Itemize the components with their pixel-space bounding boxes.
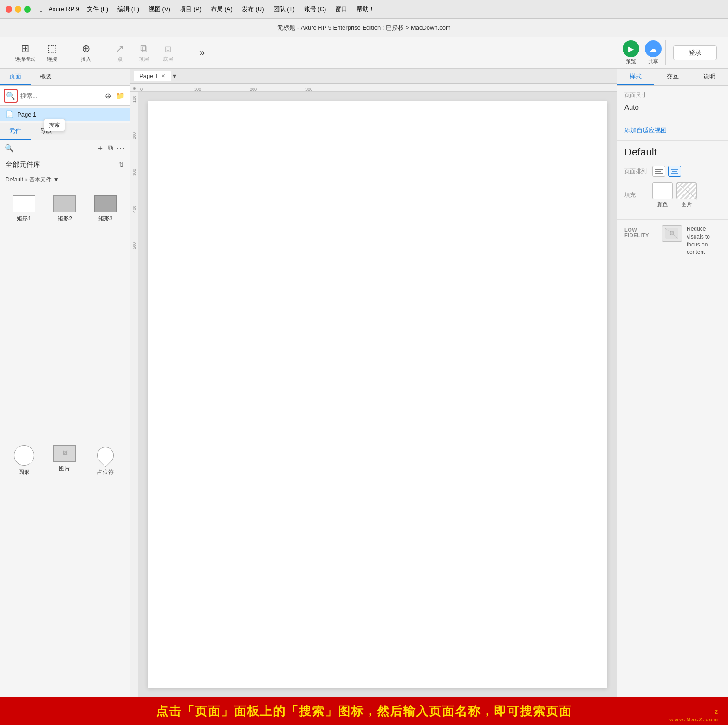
align-center-button[interactable]	[668, 166, 681, 177]
vertical-ruler: 100 200 300 400 500	[130, 92, 138, 697]
point-button[interactable]: ↗ 点	[109, 41, 131, 65]
menu-account[interactable]: 账号 (C)	[300, 4, 330, 14]
widget-item-rect3[interactable]: 矩形3	[85, 191, 126, 440]
menu-publish[interactable]: 发布 (U)	[238, 4, 268, 14]
menu-layout[interactable]: 布局 (A)	[207, 4, 236, 14]
alignment-label: 页面排列	[624, 168, 652, 175]
menu-help[interactable]: 帮助！	[353, 4, 378, 14]
insert-icon: ⊕	[82, 43, 90, 55]
low-fidelity-icon[interactable]: 🖼	[662, 225, 682, 242]
elements-more-button[interactable]: ⋯	[117, 143, 125, 153]
right-panel: 样式 交互 说明 页面尺寸 Auto 添加自适应视图 Default 页面排列	[617, 69, 728, 697]
menu-edit[interactable]: 编辑 (E)	[114, 4, 143, 14]
elements-copy-button[interactable]: ⧉	[108, 144, 113, 152]
menu-team[interactable]: 团队 (T)	[270, 4, 299, 14]
fill-image-option[interactable]: 图片	[676, 182, 697, 208]
svg-text:⊕: ⊕	[133, 86, 136, 91]
library-path[interactable]: Default » 基本元件 ▼	[0, 173, 130, 187]
menubar-brand[interactable]: Axure RP 9	[49, 6, 79, 13]
menu-view[interactable]: 视图 (V)	[145, 4, 174, 14]
library-arrow-icon[interactable]: ⇅	[118, 161, 124, 168]
banner-watermark: Z www.MacZ.com	[670, 709, 719, 723]
widget-shape-image: 🖼	[53, 445, 76, 462]
preview-button[interactable]: ▶ 预览	[623, 40, 639, 65]
app-title: 无标题 - Axure RP 9 Enterprise Edition : 已授…	[277, 24, 451, 32]
minimize-button[interactable]	[15, 6, 21, 13]
tab-elements[interactable]: 元件	[0, 123, 31, 140]
close-button[interactable]	[6, 6, 12, 13]
widget-item-locator[interactable]: 占位符	[85, 440, 126, 694]
widget-item-rect1[interactable]: 矩形1	[4, 191, 45, 440]
left-panel: 页面 概要 🔍 ⊕ 📁 📄 Page 1	[0, 69, 130, 697]
menu-file[interactable]: 文件 (F)	[83, 4, 112, 14]
more-button[interactable]: »	[191, 45, 213, 61]
connect-label: 连接	[47, 56, 57, 63]
fill-color-label: 颜色	[657, 201, 668, 208]
bottom-layer-button[interactable]: ⧈ 底层	[157, 41, 179, 65]
widget-label-rect1: 矩形1	[17, 215, 31, 223]
adaptive-view-link[interactable]: 添加自适应视图	[624, 127, 667, 134]
ruler-mark-100: 100	[194, 87, 201, 91]
add-page-button[interactable]: ⊕	[104, 91, 112, 101]
page-item-page1[interactable]: 📄 Page 1	[0, 108, 130, 121]
tab-interact[interactable]: 交互	[654, 69, 691, 85]
align-center-icon	[671, 168, 678, 175]
svg-text:🖼: 🖼	[62, 450, 68, 456]
tab-style[interactable]: 样式	[617, 69, 654, 85]
search-tooltip: 搜索	[44, 119, 65, 131]
pages-tabs: 页面 概要	[0, 69, 130, 86]
widget-label-circle: 圆形	[19, 468, 30, 476]
widget-shape-rect2	[53, 195, 76, 212]
insert-button[interactable]: ⊕ 插入	[75, 41, 97, 65]
menu-bar:  Axure RP 9 文件 (F) 编辑 (E) 视图 (V) 项目 (P)…	[0, 0, 728, 19]
connect-button[interactable]: ⬚ 连接	[41, 41, 63, 65]
widget-label-rect2: 矩形2	[58, 215, 72, 223]
toolbar-select-group: ⊞ 选择模式 ⬚ 连接	[7, 41, 67, 65]
select-mode-button[interactable]: ⊞ 选择模式	[11, 41, 39, 65]
canvas-tab-close-icon[interactable]: ✕	[161, 73, 165, 79]
widget-label-rect3: 矩形3	[98, 215, 113, 223]
fill-color-option[interactable]: 颜色	[652, 182, 673, 208]
apple-logo[interactable]: 	[40, 4, 43, 14]
traffic-lights	[6, 6, 31, 13]
preview-circle: ▶	[623, 40, 639, 57]
canvas-dropdown-icon[interactable]: ▾	[173, 71, 176, 80]
share-button[interactable]: ☁ 共享	[645, 40, 662, 65]
menu-project[interactable]: 项目 (P)	[176, 4, 205, 14]
toolbar: ⊞ 选择模式 ⬚ 连接 ⊕ 插入 ↗ 点 ⧉ 顶层 ⧈ 底层 »	[0, 37, 728, 69]
fill-color-box	[652, 182, 673, 199]
canvas-tab-page1[interactable]: Page 1 ✕	[134, 71, 171, 81]
connect-icon: ⬚	[47, 43, 57, 55]
elements-search-icon[interactable]: 🔍	[5, 144, 14, 153]
widget-item-circle[interactable]: 圆形	[4, 440, 45, 694]
toolbar-layer-group: ↗ 点 ⧉ 顶层 ⧈ 底层	[105, 41, 183, 65]
top-layer-button[interactable]: ⧉ 顶层	[133, 41, 155, 65]
page-size-section: 页面尺寸 Auto	[617, 86, 728, 120]
widget-item-rect2[interactable]: 矩形2	[45, 191, 85, 440]
login-button[interactable]: 登录	[673, 45, 717, 60]
elements-add-button[interactable]: ＋	[97, 143, 104, 153]
maximize-button[interactable]	[24, 6, 31, 13]
top-layer-label: 顶层	[139, 56, 149, 63]
search-icon-box[interactable]: 🔍	[4, 89, 18, 103]
canvas-white-area[interactable]	[148, 101, 607, 688]
canvas-tabs: Page 1 ✕ ▾	[130, 69, 617, 84]
tab-notes[interactable]: 说明	[691, 69, 728, 85]
svg-line-9	[677, 183, 697, 200]
image-placeholder-svg: 🖼	[54, 446, 76, 462]
pages-search-input[interactable]	[20, 92, 101, 99]
ruler-corner-svg: ⊕	[130, 84, 138, 92]
tab-pages[interactable]: 页面	[0, 69, 31, 85]
align-left-button[interactable]	[652, 166, 665, 177]
library-header: 全部元件库 ⇅	[0, 156, 130, 173]
widget-shape-rect1	[13, 195, 35, 212]
select-mode-label: 选择模式	[15, 56, 35, 63]
insert-label: 插入	[81, 56, 91, 63]
tab-outline[interactable]: 概要	[31, 69, 61, 85]
menu-window[interactable]: 窗口	[332, 4, 351, 14]
add-folder-button[interactable]: 📁	[115, 91, 126, 101]
fill-row: 填充 颜色 图片	[624, 182, 721, 208]
adaptive-view-section: 添加自适应视图	[617, 120, 728, 141]
widget-item-image[interactable]: 🖼 图片	[45, 440, 85, 694]
low-fidelity-label: LOW FIDELITY	[624, 225, 657, 238]
